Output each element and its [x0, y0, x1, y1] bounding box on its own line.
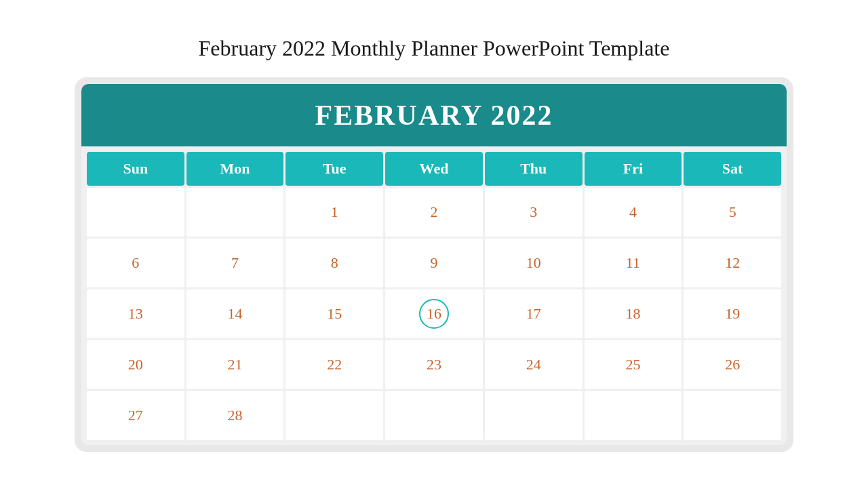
day-header-mon: Mon [186, 152, 284, 186]
calendar-day-18[interactable]: 18 [585, 289, 682, 338]
highlighted-day-circle: 16 [419, 299, 449, 329]
calendar-day-27[interactable]: 27 [87, 391, 184, 440]
calendar-day-empty [385, 391, 483, 440]
calendar-day-3[interactable]: 3 [485, 188, 583, 237]
calendar-day-21[interactable]: 21 [186, 340, 284, 389]
calendar-header: FEBRUARY 2022 [81, 84, 787, 146]
calendar-day-25[interactable]: 25 [585, 340, 682, 389]
calendar-day-16[interactable]: 16 [385, 289, 483, 338]
day-header-sat: Sat [684, 152, 781, 186]
calendar-day-28[interactable]: 28 [186, 391, 284, 440]
calendar-day-15[interactable]: 15 [285, 289, 383, 338]
calendar-day-17[interactable]: 17 [485, 289, 583, 338]
calendar-day-5[interactable]: 5 [684, 188, 781, 237]
day-header-sun: Sun [87, 152, 184, 186]
calendar-day-7[interactable]: 7 [186, 239, 284, 287]
calendar-day-26[interactable]: 26 [684, 340, 781, 389]
calendar-month-year: FEBRUARY 2022 [315, 100, 553, 131]
calendar-day-13[interactable]: 13 [87, 289, 184, 338]
day-header-fri: Fri [585, 152, 682, 186]
calendar-day-empty [684, 391, 781, 440]
calendar-day-22[interactable]: 22 [285, 340, 383, 389]
calendar-day-10[interactable]: 10 [485, 239, 583, 287]
calendar-container: FEBRUARY 2022 SunMonTueWedThuFriSat 1234… [75, 77, 793, 452]
page-title: February 2022 Monthly Planner PowerPoint… [199, 36, 670, 61]
calendar-day-empty [285, 391, 383, 440]
calendar-day-12[interactable]: 12 [684, 239, 781, 287]
calendar-day-20[interactable]: 20 [87, 340, 184, 389]
calendar-day-6[interactable]: 6 [87, 239, 184, 287]
calendar-day-empty [485, 391, 583, 440]
day-header-tue: Tue [285, 152, 383, 186]
calendar-day-empty [87, 188, 184, 237]
calendar-grid: 1234567891011121314151617181920212223242… [81, 186, 787, 445]
calendar-day-1[interactable]: 1 [285, 188, 383, 237]
calendar-day-19[interactable]: 19 [684, 289, 781, 338]
day-header-wed: Wed [385, 152, 483, 186]
calendar-day-23[interactable]: 23 [385, 340, 483, 389]
calendar-day-4[interactable]: 4 [585, 188, 682, 237]
calendar-day-11[interactable]: 11 [585, 239, 682, 287]
calendar-day-14[interactable]: 14 [186, 289, 284, 338]
calendar-day-8[interactable]: 8 [285, 239, 383, 287]
calendar-day-empty [186, 188, 284, 237]
day-header-thu: Thu [485, 152, 583, 186]
calendar-day-2[interactable]: 2 [385, 188, 483, 237]
calendar-body: SunMonTueWedThuFriSat 123456789101112131… [81, 146, 787, 445]
calendar-day-9[interactable]: 9 [385, 239, 483, 287]
calendar-day-empty [585, 391, 682, 440]
calendar-day-24[interactable]: 24 [485, 340, 583, 389]
day-headers-row: SunMonTueWedThuFriSat [81, 146, 787, 186]
